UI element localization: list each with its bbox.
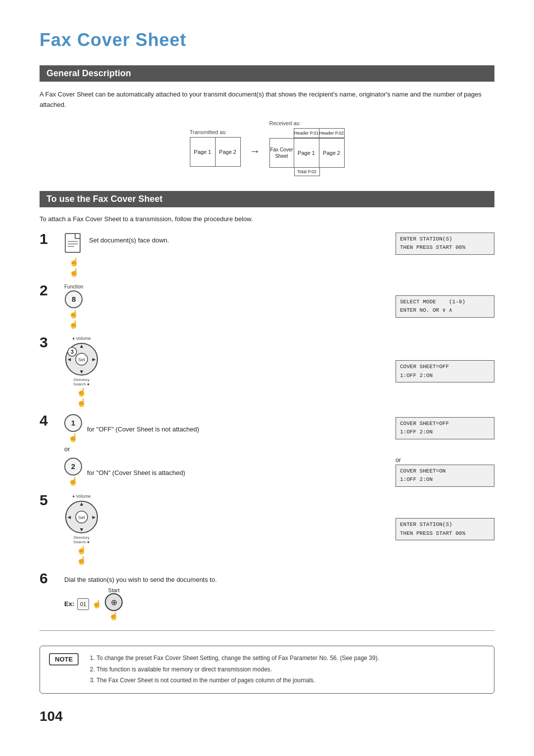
- step-3-number: 3: [40, 334, 64, 350]
- svg-text:►: ►: [91, 514, 97, 520]
- svg-text:►: ►: [91, 356, 97, 362]
- total-box: Total P.02: [294, 167, 320, 176]
- step-3-lcd: COVER SHEET=OFF1:OFF 2:ON: [396, 360, 494, 382]
- step-4: 4 1 ☝ for "OFF" (Cover Sheet is not atta…: [40, 412, 494, 487]
- step-4-or: or: [64, 445, 70, 453]
- finger-icon-2: ☝: [69, 309, 79, 319]
- header2-box: Header P.02: [319, 128, 345, 138]
- to-use-header: To use the Fax Cover Sheet: [40, 191, 494, 207]
- step-4-number: 4: [40, 412, 64, 428]
- received-page1-box: Page 1: [294, 138, 319, 168]
- transmitted-side: Transmitted as: Page 1 Page 2: [190, 129, 241, 167]
- dir-label-5: DirectorySearch◄: [73, 535, 89, 544]
- svg-text:◄: ◄: [67, 514, 72, 520]
- svg-text:Set: Set: [78, 357, 85, 362]
- volume-label-5: ♦ Volume: [72, 494, 90, 499]
- step-1-icon: ☝ ☝: [64, 233, 84, 277]
- steps-intro: To attach a Fax Cover Sheet to a transmi…: [40, 215, 494, 223]
- general-description-text: A Fax Cover Sheet can be automatically a…: [40, 90, 494, 110]
- nav-key-5: Set ▲ ▼ ◄ ►: [64, 500, 99, 534]
- start-button-icon: ⊕: [105, 593, 123, 611]
- step-2-lcd: SELECT MODE (1-9)ENTER NO. OR ∨ ∧: [396, 295, 494, 318]
- received-page2-box: Page 2: [319, 138, 345, 168]
- note-item-3: The Fax Cover Sheet is not counted in th…: [96, 675, 379, 685]
- finger-icon-3: ☝: [77, 387, 87, 397]
- transmission-diagram: Transmitted as: Page 1 Page 2 → Received…: [40, 120, 494, 176]
- svg-text:▲: ▲: [79, 343, 85, 349]
- step-4-text-on: for "ON" (Cover Sheet is attached): [87, 465, 185, 478]
- key-1: 1: [64, 414, 82, 432]
- step-4-lcd-on: COVER SHEET=ON1:OFF 2:ON: [396, 465, 494, 487]
- finger-icon-4b: ☝: [68, 476, 78, 486]
- start-label: Start: [108, 587, 120, 593]
- svg-text:◄: ◄: [67, 356, 72, 362]
- general-description-heading: General Description: [46, 68, 131, 79]
- finger-icon-5a: ☝: [77, 545, 87, 555]
- step-6-text: Dial the station(s) you wish to send the…: [64, 572, 217, 585]
- step-1-number: 1: [40, 231, 64, 246]
- arrow-right: →: [250, 145, 261, 158]
- finger-icon-1b: ☝: [69, 268, 79, 277]
- svg-text:3: 3: [71, 349, 74, 355]
- finger-icon-6a: ☝: [92, 599, 102, 609]
- note-item-2: This function is available for memory or…: [96, 664, 379, 674]
- page-number: 104: [40, 709, 494, 724]
- fax-cover-box: Fax Cover Sheet: [269, 138, 294, 168]
- function-key-group: Function 8 ☝ ☝: [64, 284, 83, 329]
- ex-label: Ex:: [64, 600, 74, 608]
- page1-box: Page 1: [190, 137, 216, 167]
- page2-box: Page 2: [215, 137, 241, 167]
- svg-text:▼: ▼: [79, 526, 85, 532]
- step-2: 2 Function 8 ☝ ☝ SELECT MODE (1-9)ENTER …: [40, 282, 494, 329]
- key-2: 2: [64, 458, 82, 475]
- finger-icon-1: ☝: [69, 257, 79, 267]
- volume-label-3: ♦ Volume: [72, 336, 90, 341]
- note-item-1: To change the preset Fax Cover Sheet Set…: [96, 653, 379, 663]
- step-4-or2: or: [396, 457, 494, 464]
- transmitted-label: Transmitted as:: [190, 129, 227, 135]
- step-5-number: 5: [40, 492, 64, 508]
- dir-label-3: DirectorySearch◄: [73, 378, 89, 386]
- step-5: 5 ♦ Volume Set ▲ ▼ ◄ ► DirectorySearch◄ …: [40, 492, 494, 565]
- function-label: Function: [64, 284, 83, 289]
- step-1-lcd: ENTER STATION(S)THEN PRESS START 00%: [396, 233, 494, 255]
- svg-text:▼: ▼: [79, 369, 85, 375]
- step-4-key1-group: 1 ☝: [64, 414, 82, 442]
- svg-text:Set: Set: [78, 515, 85, 520]
- step-3: 3 ♦ Volume Set 3 ▲ ▼ ◄ ► DirectorySearch…: [40, 334, 494, 407]
- step-5-lcd: ENTER STATION(S)THEN PRESS START 00%: [396, 518, 494, 540]
- received-side: Received as: Header P.01 Header P.02 Fax…: [269, 120, 345, 176]
- general-description-header: General Description: [40, 65, 494, 82]
- finger-icon-3b: ☝: [77, 398, 87, 407]
- step-1-text: Set document(s) face down.: [89, 233, 169, 245]
- ex-key-01: 01: [77, 598, 89, 610]
- step-4-key2-group: 2 ☝: [64, 458, 82, 486]
- nav-key-3: Set 3 ▲ ▼ ◄ ►: [64, 342, 99, 377]
- nav-group-5: ♦ Volume Set ▲ ▼ ◄ ► DirectorySearch◄ ☝ …: [64, 494, 99, 565]
- step-4-text-off: for "OFF" (Cover Sheet is not attached): [87, 422, 199, 434]
- ex-group: Ex: 01 ☝ Start ⊕ ☝: [64, 587, 123, 620]
- key-8: 8: [65, 290, 83, 308]
- note-label: NOTE: [49, 653, 79, 665]
- step-4-lcd-off: COVER SHEET=OFF1:OFF 2:ON: [396, 417, 494, 439]
- step-4-key2-row: 2 ☝ for "ON" (Cover Sheet is attached) o…: [64, 457, 494, 487]
- page-title: Fax Cover Sheet: [40, 30, 494, 50]
- divider: [40, 630, 494, 631]
- nav-group-3: ♦ Volume Set 3 ▲ ▼ ◄ ► DirectorySearch◄ …: [64, 336, 99, 407]
- step-6-number: 6: [40, 570, 64, 586]
- step-1: 1 ☝ ☝ Set document(s) face down. ENTER S…: [40, 231, 494, 277]
- note-section: NOTE To change the preset Fax Cover Shee…: [40, 646, 494, 694]
- received-label: Received as:: [269, 120, 301, 126]
- finger-icon-6b: ☝: [109, 611, 119, 620]
- svg-text:▲: ▲: [79, 501, 85, 507]
- step-2-number: 2: [40, 282, 64, 298]
- note-content: To change the preset Fax Cover Sheet Set…: [88, 653, 379, 686]
- to-use-heading: To use the Fax Cover Sheet: [46, 194, 163, 204]
- finger-icon-4a: ☝: [68, 433, 78, 442]
- step-6: 6 Dial the station(s) you wish to send t…: [40, 570, 494, 621]
- header1-box: Header P.01: [294, 128, 319, 138]
- finger-icon-2b: ☝: [69, 320, 79, 329]
- finger-icon-5b: ☝: [77, 556, 87, 565]
